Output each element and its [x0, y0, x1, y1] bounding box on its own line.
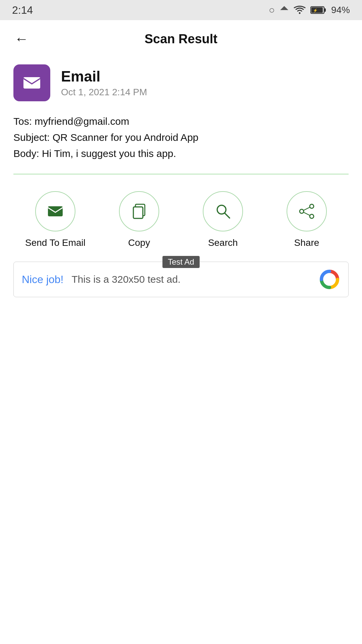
copy-circle [119, 191, 159, 231]
share-label: Share [294, 237, 319, 248]
svg-marker-1 [280, 6, 284, 10]
svg-point-17 [300, 209, 304, 213]
notification-icon: ○ [269, 4, 275, 16]
ad-text: This is a 320x50 test ad. [72, 274, 314, 285]
battery-icon: ⚡ [310, 5, 326, 15]
share-circle [287, 191, 327, 231]
email-icon [21, 72, 42, 93]
svg-point-18 [310, 214, 314, 218]
result-date: Oct 1, 2021 2:14 PM [61, 87, 147, 98]
svg-marker-0 [284, 6, 288, 10]
main-content: Email Oct 1, 2021 2:14 PM Tos: myfriend@… [0, 58, 362, 311]
status-time: 2:14 [12, 4, 33, 16]
svg-line-15 [225, 213, 230, 218]
result-line-3: Body: Hi Tim, i suggest you this app. [13, 146, 349, 162]
search-label: Search [208, 237, 238, 248]
app-bar: ← Scan Result [0, 20, 362, 58]
result-type-label: Email [61, 68, 147, 85]
search-circle [203, 191, 243, 231]
share-icon [298, 202, 316, 220]
svg-rect-4 [324, 8, 326, 12]
status-bar: 2:14 ○ ⚡ 94% [0, 0, 362, 20]
ad-label: Test Ad [163, 256, 200, 268]
send-to-email-label: Send To Email [25, 237, 85, 248]
copy-label: Copy [128, 237, 150, 248]
divider [13, 174, 349, 174]
result-header: Email Oct 1, 2021 2:14 PM [13, 64, 349, 101]
action-send-to-email[interactable]: Send To Email [25, 191, 85, 248]
send-to-email-circle [35, 191, 75, 231]
wifi-icon [294, 5, 306, 15]
ad-banner[interactable]: Test Ad Nice job! This is a 320x50 test … [13, 262, 349, 297]
result-meta: Email Oct 1, 2021 2:14 PM [61, 68, 147, 98]
result-line-1: Tos: myfriend@gmail.com [13, 113, 349, 129]
action-share[interactable]: Share [277, 191, 337, 248]
send-email-icon [46, 202, 64, 220]
copy-icon [130, 202, 148, 220]
back-arrow-icon: ← [14, 31, 28, 47]
svg-point-2 [299, 12, 300, 14]
page-title: Scan Result [31, 32, 331, 46]
actions-row: Send To Email Copy Search [13, 184, 349, 262]
status-icons: ○ ⚡ 94% [269, 4, 350, 16]
ad-logo-icon [319, 269, 340, 290]
svg-text:⚡: ⚡ [313, 8, 318, 13]
battery-percent: 94% [331, 5, 350, 15]
back-button[interactable]: ← [12, 30, 31, 48]
search-icon [214, 202, 232, 220]
result-type-icon [13, 64, 50, 101]
result-details: Tos: myfriend@gmail.com Subject: QR Scan… [13, 113, 349, 162]
result-line-2: Subject: QR Scanner for you Android App [13, 129, 349, 146]
action-search[interactable]: Search [193, 191, 253, 248]
svg-rect-12 [133, 207, 143, 218]
svg-point-16 [310, 204, 314, 208]
signal-icon [280, 5, 289, 15]
svg-rect-7 [23, 77, 40, 89]
svg-rect-9 [48, 206, 63, 216]
action-copy[interactable]: Copy [109, 191, 169, 248]
ad-nice: Nice job! [22, 273, 64, 286]
svg-line-19 [304, 207, 310, 210]
svg-line-20 [304, 212, 310, 215]
